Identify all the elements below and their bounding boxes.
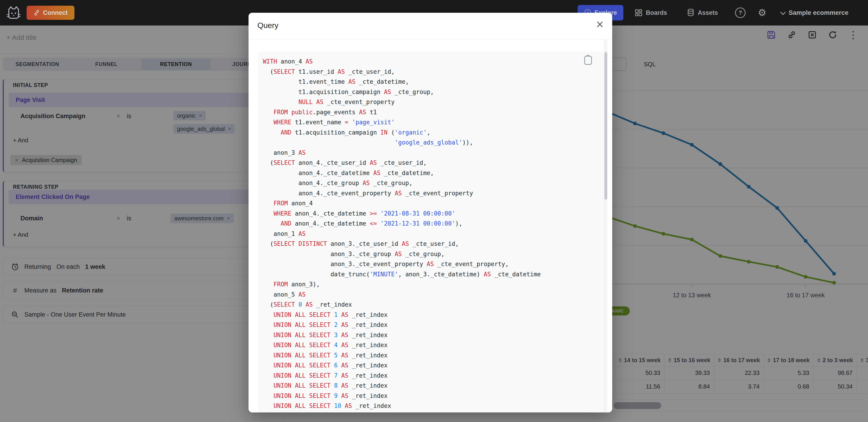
sql-code: WITH anon_4 AS (SELECT t1.user_id AS _ct… xyxy=(258,52,603,413)
modal-header: Query × xyxy=(249,13,612,39)
sql-code-line: UNION ALL SELECT 11 AS _ret_index xyxy=(263,411,603,413)
help-glyph: ? xyxy=(739,9,742,16)
sql-code-line: UNION ALL SELECT 7 AS _ret_index xyxy=(263,370,603,381)
sql-code-line: anon_5 AS xyxy=(263,290,603,300)
sql-code-line: UNION ALL SELECT 8 AS _ret_index xyxy=(263,381,603,391)
modal-scrollbar-thumb[interactable] xyxy=(604,52,607,200)
sql-code-line: FROM public.page_events AS t1 xyxy=(263,107,603,117)
sql-code-line: anon_3._cte_event_property AS _cte_event… xyxy=(263,259,603,269)
sql-code-line: AND anon_4._cte_datetime <= '2021-12-31 … xyxy=(263,218,603,229)
sql-code-line: t1.event_time AS _cte_datetime, xyxy=(263,77,603,87)
sql-code-panel: WITH anon_4 AS (SELECT t1.user_id AS _ct… xyxy=(258,52,603,413)
sql-code-line: FROM anon_3), xyxy=(263,279,603,290)
sql-code-line: NULL AS _cte_event_property xyxy=(263,97,603,107)
close-icon[interactable]: × xyxy=(596,19,604,29)
sql-code-line: anon_4._cte_group AS _cte_group, xyxy=(263,178,603,188)
chevron-down-icon xyxy=(780,9,786,15)
sql-code-line: AND t1.acquisition_campaign IN ('organic… xyxy=(263,127,603,138)
nav-assets[interactable]: Assets xyxy=(687,8,718,17)
nav-boards[interactable]: Boards xyxy=(634,9,667,17)
sql-code-line: anon_1 AS xyxy=(263,229,603,239)
sql-code-line: anon_4._cte_event_property AS _cte_event… xyxy=(263,188,603,199)
assets-label: Assets xyxy=(698,9,718,17)
sql-code-line: UNION ALL SELECT 10 AS _ret_index xyxy=(263,401,603,411)
boards-label: Boards xyxy=(646,9,667,17)
sql-code-line: UNION ALL SELECT 5 AS _ret_index xyxy=(263,350,603,361)
link-icon xyxy=(33,9,40,16)
connect-button[interactable]: Connect xyxy=(27,6,74,20)
sql-code-line: (SELECT 0 AS _ret_index xyxy=(263,300,603,310)
sql-code-line: (SELECT anon_4._cte_user_id AS _cte_user… xyxy=(263,158,603,168)
sql-code-line: UNION ALL SELECT 3 AS _ret_index xyxy=(263,330,603,340)
sql-code-line: (SELECT t1.user_id AS _cte_user_id, xyxy=(263,67,603,77)
sql-code-line: date_trunc('MINUTE', anon_3._cte_datetim… xyxy=(263,269,603,279)
sql-code-line: WHERE anon_4._cte_datetime >= '2021-08-3… xyxy=(263,209,603,219)
connect-label: Connect xyxy=(43,9,68,17)
sql-code-line: anon_3._cte_group AS _cte_group, xyxy=(263,249,603,259)
sql-code-line: UNION ALL SELECT 4 AS _ret_index xyxy=(263,340,603,350)
gear-glyph: ⚙ xyxy=(758,7,767,18)
sql-code-line: (SELECT DISTINCT anon_3._cte_user_id AS … xyxy=(263,239,603,249)
copy-icon[interactable] xyxy=(584,55,593,66)
assets-database-icon xyxy=(687,8,694,17)
modal-scrollbar-track[interactable] xyxy=(604,39,608,413)
sql-code-line: anon_3 AS xyxy=(263,148,603,158)
sql-code-line: UNION ALL SELECT 1 AS _ret_index xyxy=(263,310,603,320)
workspace-selector[interactable]: Sample ecommerce xyxy=(781,9,848,17)
sql-code-line: UNION ALL SELECT 9 AS _ret_index xyxy=(263,391,603,401)
sql-code-line: anon_4._cte_datetime AS _cte_datetime, xyxy=(263,168,603,178)
boards-grid-icon xyxy=(634,9,643,17)
sql-code-line: WHERE t1.event_name = 'page_visit' xyxy=(263,117,603,127)
query-modal: Query × WITH anon_4 AS (SELECT t1.user_i… xyxy=(249,13,612,413)
sql-code-line: UNION ALL SELECT 6 AS _ret_index xyxy=(263,360,603,370)
app-root: Connect Explore Boards Assets xyxy=(0,0,868,422)
workspace-label: Sample ecommerce xyxy=(788,9,848,17)
sql-code-line: FROM anon_4 xyxy=(263,198,603,209)
sql-code-line: 'google_ads_global')), xyxy=(263,138,603,148)
settings-gear-icon[interactable]: ⚙ xyxy=(758,8,767,18)
modal-title: Query xyxy=(257,21,279,30)
sql-code-line: UNION ALL SELECT 2 AS _ret_index xyxy=(263,320,603,330)
help-icon[interactable]: ? xyxy=(735,7,746,18)
sql-code-line: WITH anon_4 AS xyxy=(263,56,603,67)
sql-code-line: t1.acquisition_campaign AS _cte_group, xyxy=(263,87,603,97)
mitzu-cat-logo-icon[interactable] xyxy=(6,5,21,21)
